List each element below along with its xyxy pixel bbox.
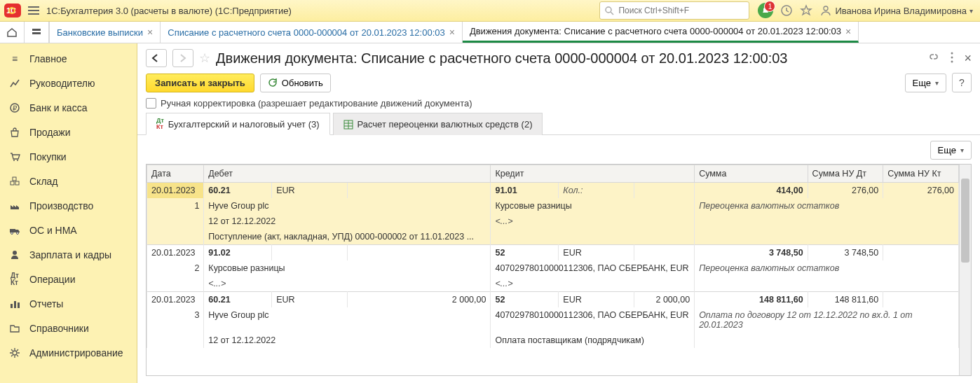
table-row[interactable]: 20.01.2023 60.21 EUR 91.01 Кол.: 414,00 …: [147, 183, 959, 199]
sidebar-item-purchases[interactable]: Покупки: [0, 144, 137, 169]
svg-point-21: [951, 52, 953, 54]
sidebar-item-production[interactable]: Производство: [0, 193, 137, 218]
table-row[interactable]: 12 от 12.12.2022 Оплата поставщикам (под…: [147, 333, 959, 348]
sidebar-item-manager[interactable]: Руководителю: [0, 71, 137, 95]
svg-rect-13: [10, 229, 15, 232]
tab-bank-statements[interactable]: Банковские выписки ×: [50, 22, 161, 43]
close-icon[interactable]: ×: [845, 26, 851, 37]
scrollbar[interactable]: [959, 165, 971, 375]
sidebar-item-label: Справочники: [29, 323, 89, 334]
cell-nukt: [883, 245, 959, 261]
subtab-revaluation[interactable]: Расчет переоценки валютных средств (2): [333, 113, 543, 135]
sidebar-item-warehouse[interactable]: Склад: [0, 169, 137, 193]
cell-debit-sub: <...>: [204, 276, 491, 292]
tab-movements[interactable]: Движения документа: Списание с расчетног…: [463, 22, 859, 43]
save-close-button[interactable]: Записать и закрыть: [146, 74, 254, 92]
table-row[interactable]: 12 от 12.12.2022 <...>: [147, 214, 959, 229]
hamburger-icon[interactable]: [27, 6, 41, 15]
subtab-label: Расчет переоценки валютных средств (2): [358, 119, 533, 130]
cell-debit-acc: 60.21: [204, 183, 272, 199]
sidebar-item-label: Склад: [29, 176, 58, 187]
help-button[interactable]: ?: [952, 73, 972, 92]
svg-point-22: [951, 56, 953, 58]
svg-rect-12: [13, 177, 16, 181]
cell-debit-sub: 12 от 12.12.2022: [204, 214, 491, 229]
table-row[interactable]: 1 Hyve Group plc Курсовые разницы Переоц…: [147, 198, 959, 214]
cell-debit-sub: Поступление (акт, накладная, УПД) 0000-0…: [204, 229, 491, 245]
sidebar-item-label: Администрирование: [29, 347, 123, 358]
app-title: 1С:Бухгалтерия 3.0 (расчеты в валюте) (1…: [46, 6, 292, 16]
svg-rect-17: [11, 304, 13, 308]
sidebar-item-assets[interactable]: ОС и НМА: [0, 218, 137, 242]
nav-back-button[interactable]: [146, 49, 167, 67]
refresh-button[interactable]: Обновить: [260, 74, 331, 92]
svg-point-8: [13, 160, 15, 161]
tab-writeoff[interactable]: Списание с расчетного счета 0000-000004 …: [161, 22, 463, 43]
notification-bell[interactable]: 1: [758, 3, 773, 18]
cell-debit-sub: Hyve Group plc: [204, 307, 491, 333]
cell-date: 20.01.2023: [147, 292, 204, 308]
col-nu-kt[interactable]: Сумма НУ Кт: [883, 165, 959, 183]
cell-comment: Переоценка валютных остатков: [695, 198, 959, 214]
sidebar-item-bank[interactable]: ₽Банк и касса: [0, 95, 137, 120]
history-icon[interactable]: [780, 4, 793, 17]
manual-edit-label: Ручная корректировка (разрешает редактир…: [161, 98, 472, 109]
svg-rect-5: [32, 32, 41, 34]
sidebar-item-reports[interactable]: Отчеты: [0, 291, 137, 316]
dtkt-icon: ДтКт: [156, 118, 164, 130]
close-icon[interactable]: ×: [147, 27, 153, 38]
more-button[interactable]: Еще ▾: [905, 74, 946, 92]
sidebar-item-sales[interactable]: Продажи: [0, 120, 137, 144]
person-icon: [8, 249, 21, 260]
logo-1c: 1C: [4, 4, 21, 18]
kebab-icon[interactable]: [950, 51, 954, 66]
close-icon[interactable]: ×: [449, 27, 455, 38]
subtab-accounting[interactable]: ДтКт Бухгалтерский и налоговый учет (3): [146, 113, 330, 135]
table-row[interactable]: <...> <...>: [147, 276, 959, 292]
sidebar-item-label: Покупки: [29, 151, 67, 162]
grid-more-button[interactable]: Еще ▾: [930, 141, 972, 160]
user-icon: [819, 4, 832, 17]
link-icon[interactable]: [927, 51, 940, 66]
factory-icon: [8, 200, 21, 211]
col-debit[interactable]: Дебет: [204, 165, 491, 183]
user-menu[interactable]: Иванова Ирина Владимировна ▾: [819, 4, 973, 17]
cell-credit-acc: 91.01: [491, 183, 559, 199]
cell-debit-sub: Hyve Group plc: [204, 198, 491, 214]
table-row[interactable]: 2 Курсовые разницы 40702978010000112306,…: [147, 260, 959, 276]
nav-forward-button[interactable]: [172, 49, 193, 67]
truck-icon: [8, 225, 21, 236]
col-date[interactable]: Дата: [147, 165, 204, 183]
stack-button[interactable]: [25, 22, 49, 43]
close-icon[interactable]: ×: [964, 51, 972, 66]
cell-debit-qty: [347, 183, 491, 199]
col-credit[interactable]: Кредит: [491, 165, 695, 183]
cart-icon: [8, 151, 21, 162]
entries-grid[interactable]: Дата Дебет Кредит Сумма Сумма НУ Дт Сумм…: [147, 165, 959, 348]
star-icon[interactable]: [800, 4, 812, 17]
sidebar-item-catalogs[interactable]: Справочники: [0, 316, 137, 340]
search-box[interactable]: [599, 1, 749, 20]
home-button[interactable]: [0, 22, 25, 43]
table-row[interactable]: 20.01.2023 91.02 52 EUR 3 748,50 3 748,5…: [147, 245, 959, 261]
col-nu-dt[interactable]: Сумма НУ Дт: [808, 165, 883, 183]
manual-edit-checkbox[interactable]: [146, 98, 156, 109]
search-input[interactable]: [617, 5, 739, 16]
table-row[interactable]: 20.01.2023 60.21 EUR 2 000,00 52 EUR 2 0…: [147, 292, 959, 308]
sidebar-item-admin[interactable]: Администрирование: [0, 340, 137, 365]
tab-label: Движения документа: Списание с расчетног…: [470, 26, 841, 36]
sidebar-item-operations[interactable]: ДтКтОперации: [0, 267, 137, 291]
tab-label: Банковские выписки: [57, 27, 143, 38]
cell-sum: 414,00: [695, 183, 808, 199]
refresh-label: Обновить: [282, 78, 323, 88]
favorite-star-icon[interactable]: ☆: [199, 50, 210, 66]
scrollbar-thumb[interactable]: [961, 179, 969, 263]
sidebar-item-main[interactable]: ≡Главное: [0, 46, 137, 71]
sidebar-item-payroll[interactable]: Зарплата и кадры: [0, 242, 137, 267]
cell-credit-sub: <...>: [491, 276, 695, 292]
table-row[interactable]: 3 Hyve Group plc 40702978010000112306, П…: [147, 307, 959, 333]
table-row[interactable]: Поступление (акт, накладная, УПД) 0000-0…: [147, 229, 959, 245]
cell-credit-acc: 52: [491, 245, 559, 261]
more-label: Еще: [913, 78, 931, 88]
col-sum[interactable]: Сумма: [695, 165, 808, 183]
